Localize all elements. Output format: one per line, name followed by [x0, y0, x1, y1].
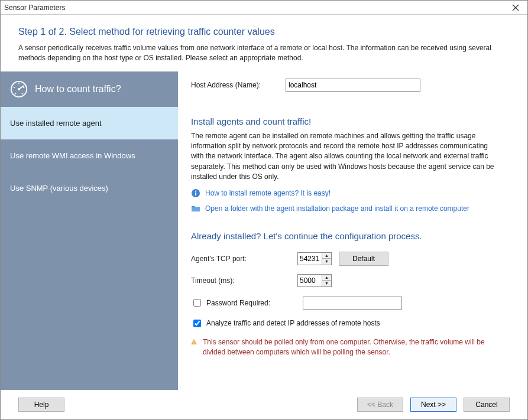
wizard-header: Step 1 of 2. Select method for retrievin…: [1, 15, 527, 71]
warning-text: This sensor should be polled only from o…: [203, 337, 498, 358]
timeout-spin-down[interactable]: ▼: [322, 281, 331, 286]
link-howto[interactable]: How to install remote agents? It is easy…: [205, 189, 331, 197]
window-title: Sensor Parameters: [4, 4, 65, 12]
svg-line-6: [14, 87, 15, 87]
host-address-row: Host Address (Name):: [191, 79, 510, 92]
svg-line-7: [23, 87, 24, 87]
password-row: Password Required:: [191, 297, 510, 310]
install-paragraph: The remote agent can be installed on rem…: [191, 131, 498, 183]
port-spin-up[interactable]: ▲: [322, 253, 331, 259]
link-folder-row: Open a folder with the agent installatio…: [191, 204, 510, 213]
folder-icon: [191, 204, 200, 213]
body-area: How to count traffic? Use installed remo…: [1, 71, 527, 390]
port-label: Agent's TCP port:: [191, 255, 297, 263]
back-button[interactable]: << Back: [357, 398, 403, 412]
warning-row: This sensor should be polled only from o…: [191, 337, 498, 358]
titlebar: Sensor Parameters: [1, 1, 527, 15]
svg-line-9: [22, 93, 23, 94]
port-input[interactable]: [298, 253, 322, 265]
link-open-folder[interactable]: Open a folder with the agent installatio…: [205, 204, 469, 213]
gauge-icon: [10, 80, 28, 98]
analyze-label: Analyze traffic and detect IP addresses …: [206, 319, 380, 327]
sidebar-item-label: Use installed remote agent: [10, 119, 102, 128]
next-button[interactable]: Next >>: [410, 398, 456, 412]
sidebar-item-remote-agent[interactable]: Use installed remote agent: [1, 107, 178, 139]
port-spinbox: ▲ ▼: [297, 252, 332, 265]
svg-point-14: [193, 343, 194, 343]
install-heading: Install agents and count traffic!: [191, 116, 510, 126]
timeout-spin-up[interactable]: ▲: [322, 275, 331, 281]
sidebar-header: How to count traffic?: [1, 71, 178, 107]
config-heading: Already installed? Let's continue the co…: [191, 231, 510, 241]
host-address-label: Host Address (Name):: [191, 81, 286, 89]
help-button[interactable]: Help: [18, 398, 64, 412]
default-port-button[interactable]: Default: [339, 252, 388, 266]
timeout-input[interactable]: [298, 275, 322, 286]
content-pane: Host Address (Name): Install agents and …: [178, 71, 527, 390]
link-howto-row: How to install remote agents? It is easy…: [191, 188, 510, 198]
port-spin-down[interactable]: ▼: [322, 259, 331, 265]
sidebar-item-label: Use SNMP (various devices): [10, 184, 108, 193]
port-row: Agent's TCP port: ▲ ▼ Default: [191, 252, 510, 266]
info-icon: [191, 188, 200, 198]
step-description: A sensor periodically receives traffic v…: [18, 43, 509, 63]
step-title: Step 1 of 2. Select method for retrievin…: [18, 27, 510, 37]
analyze-row: Analyze traffic and detect IP addresses …: [191, 318, 510, 329]
password-input[interactable]: [303, 297, 402, 310]
host-address-input[interactable]: [286, 79, 420, 92]
timeout-label: Timeout (ms):: [191, 276, 297, 285]
sidebar-item-label: Use remote WMI access in Windows: [10, 151, 135, 160]
wizard-footer: Help << Back Next >> Cancel: [1, 390, 527, 419]
svg-point-4: [18, 88, 20, 90]
sensor-parameters-window: Sensor Parameters Step 1 of 2. Select me…: [0, 0, 528, 420]
sidebar-item-wmi[interactable]: Use remote WMI access in Windows: [1, 139, 178, 172]
sidebar-body: Use installed remote agent Use remote WM…: [1, 107, 178, 390]
analyze-checkbox[interactable]: [193, 320, 201, 327]
password-label: Password Required:: [206, 299, 299, 307]
svg-rect-13: [194, 341, 195, 343]
password-checkbox[interactable]: [193, 299, 201, 307]
sidebar-heading: How to count traffic?: [35, 84, 121, 95]
svg-point-11: [195, 190, 196, 191]
close-button[interactable]: [504, 1, 527, 14]
timeout-spinbox: ▲ ▼: [297, 274, 332, 287]
close-icon: [512, 4, 519, 11]
timeout-row: Timeout (ms): ▲ ▼: [191, 274, 510, 287]
warning-icon: [191, 337, 197, 347]
sidebar: How to count traffic? Use installed remo…: [1, 71, 178, 390]
sidebar-item-snmp[interactable]: Use SNMP (various devices): [1, 172, 178, 204]
svg-rect-12: [195, 192, 196, 195]
svg-line-8: [15, 93, 16, 94]
cancel-button[interactable]: Cancel: [464, 398, 510, 412]
